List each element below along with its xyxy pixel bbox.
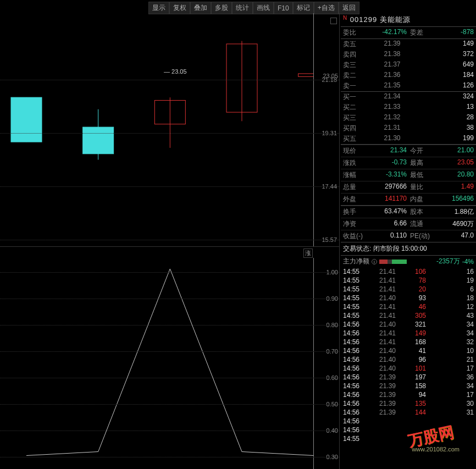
tick-row: 14:5621.409621 bbox=[341, 355, 476, 364]
toolbar-多股[interactable]: 多股 bbox=[211, 2, 232, 14]
quote-row: 现价21.34今开21.00 bbox=[341, 145, 476, 157]
svg-rect-3 bbox=[83, 127, 114, 154]
tick-row: 14:5621.4116832 bbox=[341, 338, 476, 346]
toolbar-+自选[interactable]: +自选 bbox=[314, 2, 339, 14]
orderbook-row[interactable]: 卖一21.35126 bbox=[341, 81, 476, 91]
ask-rows: 卖五21.39149卖四21.38372卖三21.37649卖二21.36184… bbox=[341, 38, 476, 91]
toolbar-画线[interactable]: 画线 bbox=[253, 2, 274, 14]
orderbook-row[interactable]: 买五21.30199 bbox=[341, 134, 476, 144]
orderbook-row[interactable]: 买四21.3138 bbox=[341, 123, 476, 134]
tick-row: 14:5521.41206 bbox=[341, 285, 476, 294]
stock-code: 001299 bbox=[350, 15, 377, 24]
tick-list[interactable]: 14:5521.411061614:5521.41781914:5521.412… bbox=[341, 267, 476, 443]
toolbar-标记[interactable]: 标记 bbox=[293, 2, 314, 14]
trade-status: 交易状态: 闭市阶段 15:00:00 bbox=[341, 242, 476, 255]
high-label: — 23.05 bbox=[164, 68, 187, 75]
orderbook-row[interactable]: 买二21.3313 bbox=[341, 102, 476, 113]
tick-row: 14:5621.3919736 bbox=[341, 373, 476, 382]
tick-row: 14:5621.399417 bbox=[341, 390, 476, 399]
quote-row: 换手63.47%股本1.88亿 bbox=[341, 206, 476, 218]
quote-row: 收益(-)0.110PE(动)47.0 bbox=[341, 230, 476, 242]
bid-rows: 买一21.34324买二21.3313买三21.3228买四21.3138买五2… bbox=[341, 91, 476, 144]
orderbook-row[interactable]: 卖二21.36184 bbox=[341, 70, 476, 81]
candle-pane[interactable]: — 23.05 21.1819.3117.4415.57 23.05 bbox=[0, 13, 339, 247]
quote-row: 涨跌-0.73最高23.05 bbox=[341, 157, 476, 169]
orderbook-row[interactable]: 卖三21.37649 bbox=[341, 60, 476, 70]
indicator-label: 涨 bbox=[303, 249, 313, 258]
orderbook-row[interactable]: 卖五21.39149 bbox=[341, 39, 476, 49]
toolbar-叠加[interactable]: 叠加 bbox=[190, 2, 211, 14]
tick-row: 14:5521.409318 bbox=[341, 294, 476, 302]
crosshair-vertical-2 bbox=[313, 258, 314, 469]
quote-row: 净资6.66流通4690万 bbox=[341, 218, 476, 230]
price-axis: 21.1819.3117.4415.57 bbox=[313, 13, 338, 246]
tick-row: 14:5621.3914431 bbox=[341, 408, 476, 417]
svg-rect-9 bbox=[298, 74, 313, 76]
toolbar-统计[interactable]: 统计 bbox=[232, 2, 253, 14]
orderbook-row[interactable]: 买三21.3228 bbox=[341, 113, 476, 123]
tick-row: 14:5521.417819 bbox=[341, 276, 476, 285]
toolbar-复权[interactable]: 复权 bbox=[169, 2, 190, 14]
tick-row: 14:5521.4130543 bbox=[341, 311, 476, 320]
stock-title[interactable]: N 001299 美能能源 bbox=[341, 13, 476, 26]
tick-row: 14:5621.4010117 bbox=[341, 364, 476, 373]
new-flag: N bbox=[343, 15, 347, 21]
svg-rect-1 bbox=[11, 97, 42, 142]
toolbar-F10[interactable]: F10 bbox=[274, 2, 293, 14]
tick-row: 14:5621.3915834 bbox=[341, 382, 476, 390]
orderbook-row[interactable]: 卖四21.38372 bbox=[341, 49, 476, 60]
ratio-row: 委比 -42.17% 委差 -878 bbox=[341, 26, 476, 38]
quote-row: 外盘141170内盘156496 bbox=[341, 193, 476, 205]
tick-row: 14:5621.404110 bbox=[341, 346, 476, 355]
tick-row: 14:5621.4114934 bbox=[341, 329, 476, 338]
flow-bar bbox=[379, 260, 407, 264]
tick-row: 14:5521.414612 bbox=[341, 302, 476, 311]
quote-row: 涨幅-3.31%最低20.80 bbox=[341, 169, 476, 181]
stock-name: 美能能源 bbox=[380, 15, 411, 24]
quote-rows: 现价21.34今开21.00涨跌-0.73最高23.05涨幅-3.31%最低20… bbox=[341, 144, 476, 205]
right-panel: N 001299 美能能源 委比 -42.17% 委差 -878 卖五21.39… bbox=[341, 13, 476, 469]
candle-svg bbox=[0, 13, 313, 247]
tick-row: 14:56 bbox=[341, 426, 476, 434]
chart-area[interactable]: — 23.05 21.1819.3117.4415.57 23.05 涨 1.0… bbox=[0, 13, 340, 469]
orderbook-row[interactable]: 买一21.34324 bbox=[341, 92, 476, 102]
stat-rows: 换手63.47%股本1.88亿净资6.66流通4690万收益(-)0.110PE… bbox=[341, 205, 476, 242]
toolbar-显示[interactable]: 显示 bbox=[148, 2, 169, 14]
tick-row: 14:5621.4032134 bbox=[341, 320, 476, 329]
info-icon[interactable]: i bbox=[372, 259, 377, 264]
tick-row: 14:56 bbox=[341, 417, 476, 426]
chart-toolbar: 显示复权叠加多股统计画线F10标记+自选返回 bbox=[148, 2, 359, 14]
mainflow-row[interactable]: 主力净额 i -2357万 -4% bbox=[341, 255, 476, 267]
tick-row: 14:5521.4110616 bbox=[341, 267, 476, 276]
toolbar-返回[interactable]: 返回 bbox=[339, 2, 359, 14]
indicator-svg bbox=[0, 258, 313, 469]
tick-row: 14:5621.3913530 bbox=[341, 399, 476, 408]
quote-row: 总量297666量比1.49 bbox=[341, 181, 476, 193]
indicator-pane[interactable]: 1.000.900.800.700.600.500.400.30 bbox=[0, 258, 339, 469]
tick-row: 14:55 bbox=[341, 434, 476, 443]
